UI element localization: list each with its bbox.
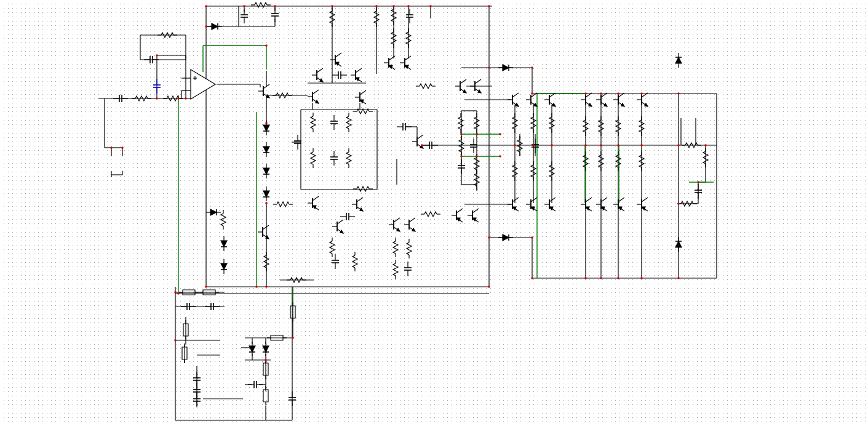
npn-transistor[interactable] <box>312 68 323 82</box>
resistor-box[interactable] <box>263 386 268 406</box>
resistor[interactable] <box>311 113 316 132</box>
resistor[interactable] <box>458 113 463 133</box>
npn-transistor[interactable] <box>508 93 519 106</box>
resistor[interactable] <box>346 113 351 132</box>
diode[interactable] <box>221 259 227 274</box>
npn-transistor[interactable] <box>596 93 607 106</box>
diode[interactable] <box>263 342 269 356</box>
npn-transistor[interactable] <box>613 93 624 106</box>
npn-transistor[interactable] <box>526 93 537 106</box>
resistor[interactable] <box>221 210 226 230</box>
resistor[interactable] <box>407 239 412 258</box>
pnp-transistor[interactable] <box>637 198 648 211</box>
diode[interactable] <box>221 236 227 251</box>
capacitor[interactable] <box>241 9 248 23</box>
schematic-drawing <box>0 0 868 424</box>
npn-transistor[interactable] <box>404 218 415 231</box>
resistor[interactable] <box>393 260 398 279</box>
npn-transistor[interactable] <box>258 225 269 239</box>
npn-transistor[interactable] <box>389 218 400 231</box>
capacitor[interactable] <box>404 262 412 276</box>
npn-transistor[interactable] <box>308 90 319 103</box>
pnp-transistor[interactable] <box>468 209 479 222</box>
resistor[interactable] <box>330 238 335 257</box>
capacitor[interactable] <box>330 115 338 130</box>
pnp-transistor[interactable] <box>355 90 366 104</box>
pnp-transistor[interactable] <box>596 198 607 211</box>
pnp-transistor[interactable] <box>384 56 395 70</box>
diode[interactable] <box>263 186 269 201</box>
resistor[interactable] <box>353 186 373 191</box>
pnp-transistor[interactable] <box>508 198 519 211</box>
symbol-layer <box>113 2 708 407</box>
resistor[interactable] <box>346 148 351 168</box>
diode[interactable] <box>206 209 221 215</box>
npn-transistor[interactable] <box>637 93 648 106</box>
resistor[interactable] <box>352 252 357 271</box>
pnp-transistor[interactable] <box>544 198 555 211</box>
diode[interactable] <box>263 142 269 157</box>
npn-transistor[interactable] <box>455 79 466 93</box>
npn-transistor[interactable] <box>352 198 363 211</box>
npn-transistor[interactable] <box>544 93 555 106</box>
resistor[interactable] <box>251 2 271 7</box>
capacitor[interactable] <box>248 381 263 388</box>
capacitor[interactable] <box>271 7 279 22</box>
resistor[interactable] <box>421 212 440 217</box>
diode[interactable] <box>498 65 513 71</box>
pnp-transistor[interactable] <box>452 209 463 222</box>
opamp[interactable] <box>191 70 215 99</box>
pnp-transistor[interactable] <box>581 198 592 211</box>
diode[interactable] <box>675 53 682 68</box>
npn-transistor[interactable] <box>412 135 423 148</box>
diode[interactable] <box>498 234 513 241</box>
capacitor[interactable] <box>332 254 339 269</box>
capacitor[interactable] <box>330 151 338 166</box>
pnp-transistor[interactable] <box>400 56 411 70</box>
diode[interactable] <box>675 237 682 252</box>
npn-transistor[interactable] <box>581 93 592 106</box>
npn-transistor[interactable] <box>332 220 343 233</box>
diode[interactable] <box>263 164 269 178</box>
diode[interactable] <box>207 23 222 30</box>
resistor[interactable] <box>311 148 316 168</box>
resistor[interactable] <box>416 84 436 89</box>
schematic-canvas[interactable] <box>0 0 868 424</box>
pnp-transistor[interactable] <box>526 198 537 211</box>
resistor[interactable] <box>393 238 398 257</box>
capacitor[interactable] <box>332 71 347 79</box>
pnp-transistor[interactable] <box>308 196 319 210</box>
pnp-transistor[interactable] <box>351 68 362 82</box>
capacitor[interactable] <box>340 213 355 220</box>
resistor[interactable] <box>273 202 293 207</box>
capacitor[interactable] <box>406 9 413 23</box>
capacitor[interactable] <box>470 138 477 153</box>
diode[interactable] <box>249 342 255 356</box>
capacitor[interactable] <box>397 123 412 130</box>
